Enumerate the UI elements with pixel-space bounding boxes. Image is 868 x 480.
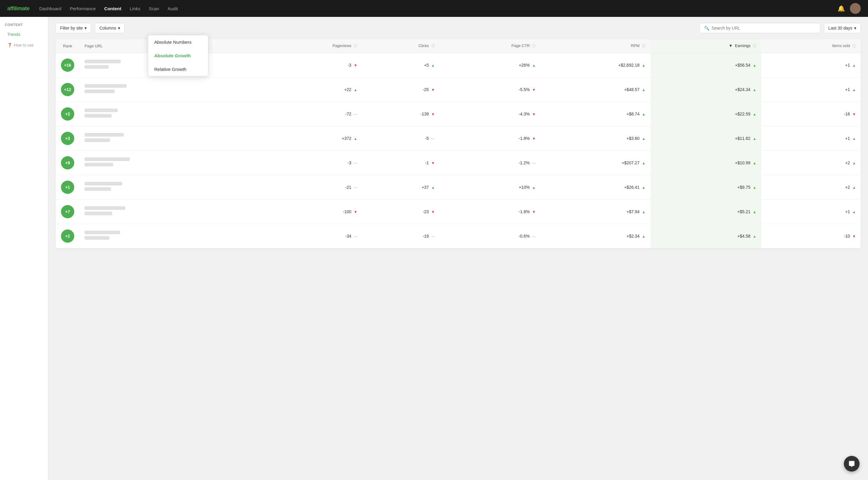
cell-earnings: +$11.82 ▲: [650, 126, 761, 151]
arrow-up-icon: ▲: [852, 88, 856, 92]
cell-earnings: +$4.58 ▲: [650, 224, 761, 248]
cell-rpm: +$48.57 ▲: [540, 77, 650, 102]
sidebar-title: CONTENT: [5, 23, 43, 27]
toolbar: Filter by site ▾ Columns ▾ 🔍 Last 30 day…: [56, 23, 861, 33]
sidebar-help[interactable]: ❓ How to use: [5, 41, 43, 49]
cell-pageviews: +372 ▲: [259, 126, 362, 151]
rank-badge: +7: [61, 205, 74, 218]
cell-url[interactable]: [80, 200, 259, 224]
search-input[interactable]: [712, 26, 816, 30]
dropdown-absolute-growth[interactable]: Absolute Growth: [148, 49, 208, 62]
cell-items: +1 ▲: [761, 200, 861, 224]
arrow-neutral-icon: —: [532, 161, 536, 165]
table-row: +1 -21 — +37 ▲ +10% ▲ +$26.41 ▲ +$9.75 ▲…: [56, 175, 861, 200]
cell-url[interactable]: [80, 102, 259, 126]
arrow-up-icon: ▲: [431, 185, 435, 190]
arrow-down-icon: ▼: [532, 210, 536, 214]
avatar[interactable]: [850, 3, 861, 14]
arrow-up-icon: ▲: [431, 63, 435, 68]
cell-clicks: -1 ▼: [362, 151, 440, 175]
nav-links-item[interactable]: Links: [130, 6, 140, 11]
cell-rpm: +$2,692.18 ▲: [540, 53, 650, 77]
items-info-icon: ⓘ: [852, 44, 856, 48]
cell-url[interactable]: [80, 77, 259, 102]
col-clicks[interactable]: Clicks ⓘ: [362, 39, 440, 53]
cell-items: +1 ▲: [761, 53, 861, 77]
url-line-1: [85, 182, 122, 185]
arrow-neutral-icon: —: [354, 112, 357, 116]
chevron-down-icon: ▾: [85, 26, 87, 30]
arrow-down-icon: ▼: [431, 210, 435, 214]
cell-ctr: -1.2% —: [440, 151, 540, 175]
arrow-down-icon: ▼: [852, 112, 856, 116]
cell-earnings: +$56.54 ▲: [650, 53, 761, 77]
columns-button[interactable]: Columns ▾: [95, 23, 124, 33]
arrow-up-icon: ▲: [753, 63, 756, 68]
arrow-down-icon: ▼: [532, 88, 536, 92]
url-line-2: [85, 163, 113, 166]
nav-audit[interactable]: Audit: [167, 6, 178, 11]
dropdown-absolute-numbers[interactable]: Absolute Numbers: [148, 35, 208, 49]
url-line-1: [85, 158, 130, 161]
url-line-2: [85, 65, 108, 69]
url-line-1: [85, 231, 120, 234]
cell-clicks: -23 ▼: [362, 200, 440, 224]
nav-performance[interactable]: Performance: [70, 6, 96, 11]
cell-pageviews: -3 —: [259, 151, 362, 175]
trends-label: Trends: [7, 32, 20, 37]
rank-badge: +2: [61, 107, 74, 121]
rank-badge: +12: [61, 83, 74, 96]
nav-content[interactable]: Content: [104, 6, 121, 11]
col-rpm[interactable]: RPM ⓘ: [540, 39, 650, 53]
arrow-up-icon: ▲: [852, 63, 856, 68]
cell-earnings: +$24.34 ▲: [650, 77, 761, 102]
arrow-down-icon: ▼: [532, 137, 536, 141]
url-line-1: [85, 84, 127, 88]
col-items-sold[interactable]: Items sold ⓘ: [761, 39, 861, 53]
dropdown-relative-growth[interactable]: Relative Growth: [148, 62, 208, 76]
arrow-up-icon: ▲: [753, 161, 756, 165]
search-box: 🔍: [700, 23, 820, 33]
app-body: CONTENT Trends ❓ How to use Filter by si…: [0, 17, 868, 480]
table-row: +2 -34 — -19 — -0.6% — +$2.34 ▲ +$4.58 ▲…: [56, 224, 861, 248]
bell-icon[interactable]: 🔔: [838, 5, 845, 12]
sidebar-item-trends[interactable]: Trends: [5, 30, 43, 39]
cell-ctr: +26% ▲: [440, 53, 540, 77]
sort-arrow-icon: ▼: [729, 43, 733, 48]
cell-url[interactable]: [80, 151, 259, 175]
chat-bubble[interactable]: [844, 456, 860, 472]
url-line-1: [85, 108, 118, 112]
rank-badge: +1: [61, 181, 74, 194]
arrow-neutral-icon: —: [354, 234, 357, 239]
sidebar: CONTENT Trends ❓ How to use: [0, 17, 48, 480]
cell-url[interactable]: [80, 126, 259, 151]
cell-items: +1 ▲: [761, 126, 861, 151]
cell-items: +2 ▲: [761, 151, 861, 175]
table-row: +7 -100 ▼ -23 ▼ -1.8% ▼ +$7.94 ▲ +$5.21 …: [56, 200, 861, 224]
filter-by-site-button[interactable]: Filter by site ▾: [56, 23, 91, 33]
nav-scan[interactable]: Scan: [149, 6, 159, 11]
cell-url[interactable]: [80, 224, 259, 248]
arrow-up-icon: ▲: [642, 88, 646, 92]
nav-dashboard[interactable]: Dashboard: [39, 6, 61, 11]
cell-ctr: -4.3% ▼: [440, 102, 540, 126]
logo[interactable]: affilimate: [7, 5, 30, 12]
cell-rank: +2: [56, 224, 80, 248]
arrow-neutral-icon: —: [431, 137, 435, 141]
url-line-2: [85, 90, 115, 93]
cell-url[interactable]: [80, 175, 259, 200]
dropdown-menu: Absolute Numbers Absolute Growth Relativ…: [148, 35, 208, 76]
arrow-up-icon: ▲: [642, 185, 646, 190]
date-picker-button[interactable]: Last 30 days ▾: [824, 23, 861, 33]
col-earnings[interactable]: ▼ Earnings ⓘ: [650, 39, 761, 53]
url-line-2: [85, 212, 112, 215]
cell-earnings: +$22.59 ▲: [650, 102, 761, 126]
arrow-down-icon: ▼: [354, 210, 357, 214]
col-pageviews[interactable]: Pageviews ⓘ: [259, 39, 362, 53]
cell-ctr: -1.8% ▼: [440, 126, 540, 151]
col-ctr[interactable]: Page CTR ⓘ: [440, 39, 540, 53]
arrow-up-icon: ▲: [642, 137, 646, 141]
cell-pageviews: +22 ▲: [259, 77, 362, 102]
arrow-up-icon: ▲: [852, 210, 856, 214]
main-content: Filter by site ▾ Columns ▾ 🔍 Last 30 day…: [48, 17, 868, 480]
